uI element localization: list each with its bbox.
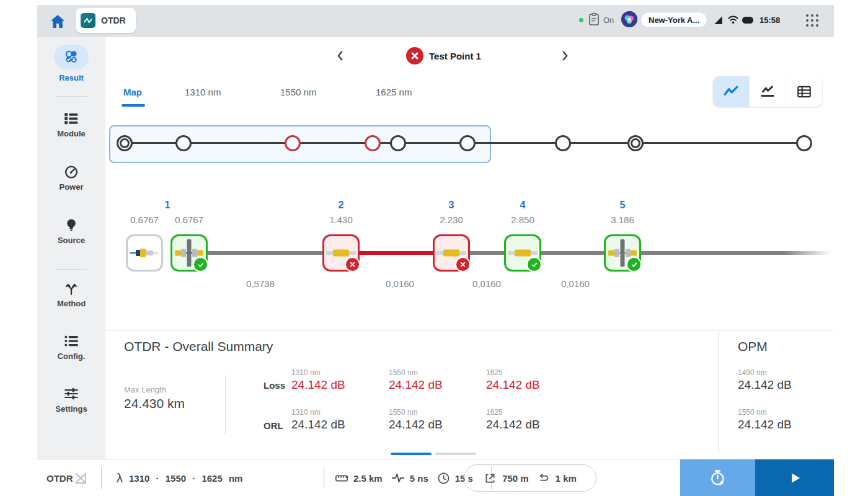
loss-value: 24.142 dB (291, 378, 345, 392)
map-node-start[interactable] (117, 135, 133, 151)
event-5[interactable]: 5 3.186 (604, 200, 641, 272)
summary-opm-divider (718, 330, 719, 453)
test-point-title: Test Point 1 (429, 51, 481, 61)
method-split-icon (63, 280, 79, 296)
opm-wl-header: 1550 nm (738, 408, 767, 417)
segment-loss-label: 0,5738 (226, 278, 294, 289)
event-distance: 1.430 (322, 215, 360, 234)
map-node[interactable] (555, 135, 571, 151)
next-test-point-button[interactable] (558, 49, 572, 63)
sidebar-item-method[interactable]: Method (37, 280, 105, 308)
timed-acquisition-button[interactable] (680, 459, 755, 496)
sidebar-item-module[interactable]: Module (37, 110, 105, 138)
sidebar-item-source[interactable]: Source (37, 217, 105, 245)
bottombar-divider (101, 467, 102, 489)
event-number: 2 (322, 200, 360, 215)
fiber-segment (639, 251, 831, 255)
segment-loss-label: 0,0160 (453, 278, 521, 289)
status-dot (579, 18, 583, 22)
event-1[interactable]: 1 0.6767 (170, 200, 208, 272)
pass-badge-icon (526, 257, 542, 272)
sidebar-item-result[interactable]: Result (37, 37, 105, 81)
home-icon (48, 12, 67, 31)
fiber-segment (468, 251, 505, 255)
chevron-left-icon (334, 49, 347, 63)
org-logo[interactable] (621, 11, 637, 27)
map-node[interactable] (459, 135, 476, 151)
wavelength-settings-group[interactable]: λ 1310 · 1550 · 1625 nm (117, 459, 321, 496)
loss-wl-header: 1625 (486, 368, 503, 377)
otdr-trace-icon (81, 13, 95, 28)
sidebar-item-label: Power (37, 182, 105, 192)
app-tab-otdr[interactable]: OTDR (76, 8, 136, 33)
mode-label: OTDR (46, 473, 73, 484)
event-distance: 2.230 (433, 215, 470, 234)
start-acquisition-button[interactable] (755, 459, 834, 496)
app-grid-menu-icon[interactable] (804, 12, 820, 31)
report-clipboard-icon[interactable] (588, 12, 600, 29)
segment-loss-label: 0,0160 (541, 278, 609, 289)
sidebar-item-settings[interactable]: Settings (37, 386, 105, 414)
trace-view-icon (723, 84, 739, 100)
sidebar-item-power[interactable]: Power (37, 164, 105, 192)
tab-1310nm[interactable]: 1310 nm (185, 87, 221, 97)
power-meter-icon (63, 164, 79, 180)
view-table-button[interactable] (786, 76, 822, 107)
map-node-alert[interactable] (365, 135, 381, 151)
event-number: 1 (149, 200, 186, 215)
sidebar-item-label: Source (37, 236, 105, 245)
status-on-label: On (603, 16, 614, 25)
table-view-icon (796, 84, 812, 100)
map-node[interactable] (390, 135, 406, 151)
event-2[interactable]: 2 1.430 (322, 200, 360, 272)
map-node-end[interactable] (796, 135, 812, 151)
orl-wl-header: 1550 nm (389, 408, 418, 417)
sidebar-item-label: Result (37, 73, 105, 82)
orl-value: 24.142 dB (389, 418, 443, 432)
pass-badge-icon (626, 257, 642, 272)
event-4[interactable]: 4 2.850 (504, 200, 541, 272)
summary-page-indicator[interactable] (435, 453, 476, 455)
otdr-app-screen: OTDR On New-York A... 15:58 Result (0, 0, 868, 496)
tab-1625nm[interactable]: 1625 nm (376, 87, 412, 97)
summary-page-indicator-active[interactable] (391, 453, 432, 455)
play-icon (786, 469, 804, 487)
cell-signal-icon (713, 15, 724, 28)
device-name-pill[interactable]: New-York A... (641, 12, 707, 27)
active-tab-underline (122, 104, 145, 107)
tab-map[interactable]: Map (123, 87, 142, 97)
pulse-value: 5 ns (410, 473, 428, 484)
event-number: 5 (604, 200, 641, 215)
loss-wl-header: 1310 nm (291, 368, 321, 377)
launch-receive-fiber-group[interactable]: 750 m 1 km (464, 464, 596, 492)
tab-1550nm[interactable]: 1550 nm (280, 87, 316, 97)
launch-fiber-icon (484, 472, 497, 485)
map-node-alert[interactable] (285, 135, 301, 151)
home-button[interactable] (48, 12, 67, 31)
summary-inner-divider (225, 375, 226, 435)
fiber-segment (539, 251, 605, 255)
view-trace-ref-button[interactable] (750, 76, 786, 107)
test-point-fail-badge (406, 47, 423, 64)
pulse-icon (391, 471, 405, 485)
fail-badge-icon (345, 257, 360, 272)
event-3[interactable]: 3 2.230 (433, 200, 470, 272)
map-node[interactable] (175, 135, 192, 151)
view-trace-button[interactable] (713, 76, 750, 107)
event-number: 3 (433, 200, 470, 215)
app-tab-label: OTDR (101, 16, 126, 25)
fiber-segment (206, 251, 324, 255)
result-map-panel: 0.6767 1 0.6767 2 1.430 3 2.230 (105, 112, 834, 453)
event-distance: 0.6767 (126, 215, 163, 234)
receive-fiber-value: 1 km (556, 473, 577, 484)
launch-connector-icon (130, 246, 159, 260)
orl-wl-header: 1625 (486, 408, 503, 417)
opm-title: OPM (738, 339, 768, 354)
acquisition-bottom-bar: OTDR λ 1310 · 1550 · 1625 nm 2.5 km 5 ns… (37, 459, 834, 496)
sidebar-item-config[interactable]: Config. (37, 333, 105, 361)
lambda-icon: λ (117, 471, 123, 485)
map-node-double[interactable] (627, 135, 644, 151)
sidebar-item-label: Method (37, 299, 105, 308)
prev-test-point-button[interactable] (334, 49, 347, 63)
wavelengths-value: 1310 · 1550 · 1625 nm (129, 473, 242, 484)
